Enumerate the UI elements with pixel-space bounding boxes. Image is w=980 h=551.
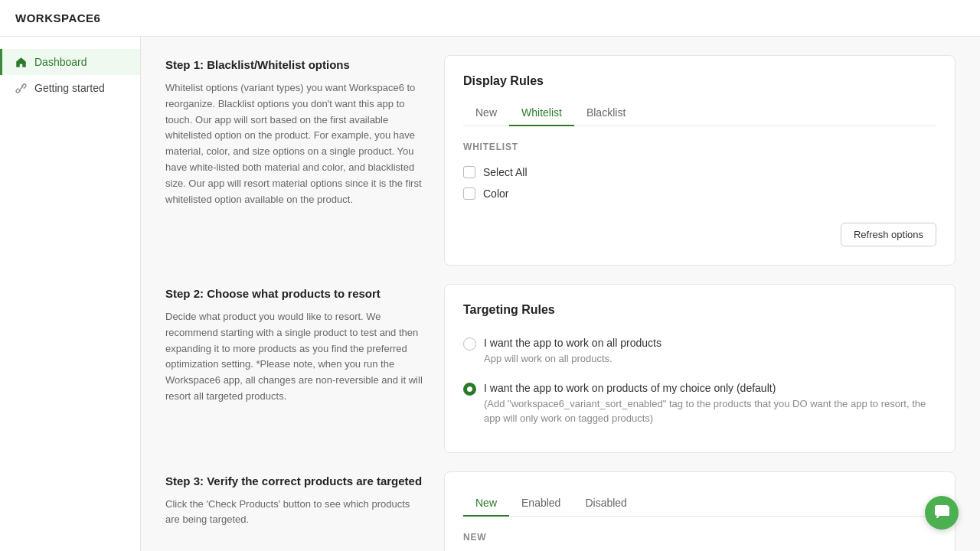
radio-all-products-input[interactable] xyxy=(463,337,476,350)
display-rules-title: Display Rules xyxy=(463,74,936,88)
step1-title: Step 1: Blacklist/Whitelist options xyxy=(165,58,426,71)
radio-choice-products-sublabel: (Add "workspace6_variant_sort_enabled" t… xyxy=(484,396,936,426)
step2-desc: Decide what product you would like to re… xyxy=(165,309,426,405)
display-rules-tabs: New Whitelist Blacklist xyxy=(463,100,936,126)
step2-title: Step 2: Choose what products to resort xyxy=(165,287,426,300)
step1-row: Step 1: Blacklist/Whitelist options Whit… xyxy=(165,55,956,266)
display-rules-panel: Display Rules New Whitelist Blacklist WH… xyxy=(444,55,956,266)
products-tab-enabled[interactable]: Enabled xyxy=(509,491,573,517)
refresh-options-button[interactable]: Refresh options xyxy=(841,223,936,246)
checkbox-select-all-label: Select All xyxy=(483,166,528,178)
top-bar: WORKSPACE6 xyxy=(0,0,980,37)
products-tab-disabled[interactable]: Disabled xyxy=(573,491,639,517)
main-content: Step 1: Blacklist/Whitelist options Whit… xyxy=(141,37,980,551)
tab-blacklist[interactable]: Blacklist xyxy=(574,100,638,126)
whitelist-label: WHITELIST xyxy=(463,142,936,152)
targeting-rules-title: Targeting Rules xyxy=(463,303,936,317)
logo: WORKSPACE6 xyxy=(15,11,100,24)
refresh-row: Refresh options xyxy=(463,223,936,246)
sidebar-item-dashboard[interactable]: Dashboard xyxy=(0,49,140,75)
checkbox-color-input[interactable] xyxy=(463,187,475,200)
sidebar: Dashboard Getting started xyxy=(0,37,141,551)
chat-icon xyxy=(933,504,950,523)
radio-all-products-sublabel: App will work on all products. xyxy=(484,351,662,367)
step1-left: Step 1: Blacklist/Whitelist options Whit… xyxy=(165,55,426,207)
checkbox-color-label: Color xyxy=(483,187,508,200)
step1-desc: Whitelist options (variant types) you wa… xyxy=(165,80,426,207)
products-panel: New Enabled Disabled NEW No products tar xyxy=(444,471,956,552)
step2-left: Step 2: Choose what products to resort D… xyxy=(165,284,426,405)
radio-choice-products-input[interactable] xyxy=(463,383,476,396)
radio-choice-products-label: I want the app to work on products of my… xyxy=(484,382,936,394)
sidebar-item-dashboard-label: Dashboard xyxy=(34,56,87,68)
home-icon xyxy=(15,56,27,68)
radio-all-products: I want the app to work on all products A… xyxy=(463,329,936,374)
step3-row: Step 3: Verify the correct products are … xyxy=(165,471,956,552)
tab-new[interactable]: New xyxy=(463,100,509,126)
sidebar-item-getting-started-label: Getting started xyxy=(34,82,105,94)
step3-desc: Click the 'Check Products' button to see… xyxy=(165,497,426,529)
radio-choice-products: I want the app to work on products of my… xyxy=(463,374,936,434)
checkbox-color: Color xyxy=(463,183,936,204)
chat-bubble-button[interactable] xyxy=(925,496,959,530)
products-tab-new[interactable]: New xyxy=(463,491,509,517)
step3-title: Step 3: Verify the correct products are … xyxy=(165,474,426,487)
products-tabs: New Enabled Disabled xyxy=(463,491,936,517)
tab-whitelist[interactable]: Whitelist xyxy=(509,100,574,126)
svg-rect-2 xyxy=(935,505,949,516)
checkbox-select-all: Select All xyxy=(463,161,936,183)
radio-all-products-label: I want the app to work on all products xyxy=(484,337,662,349)
products-new-label: NEW xyxy=(463,532,936,543)
step3-left: Step 3: Verify the correct products are … xyxy=(165,471,426,529)
targeting-rules-panel: Targeting Rules I want the app to work o… xyxy=(444,284,956,453)
step2-row: Step 2: Choose what products to resort D… xyxy=(165,284,956,453)
link-icon xyxy=(15,82,27,94)
sidebar-item-getting-started[interactable]: Getting started xyxy=(0,75,140,101)
checkbox-select-all-input[interactable] xyxy=(463,166,475,178)
